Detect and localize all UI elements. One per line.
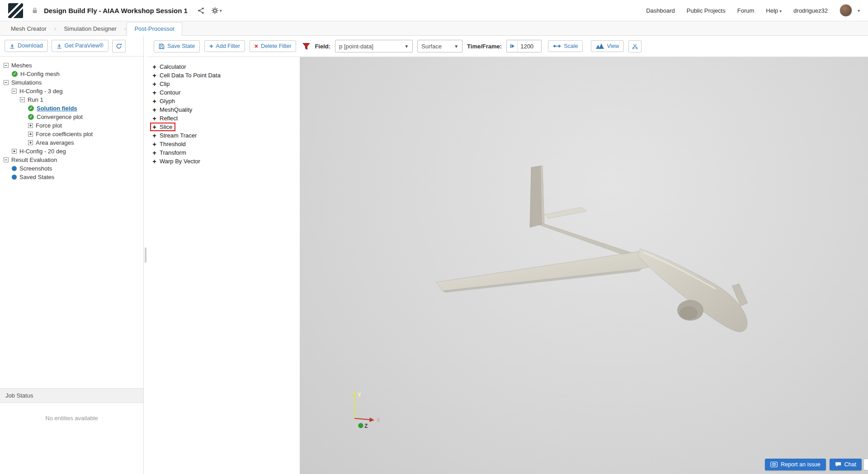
splitter-handle-icon: [145, 247, 146, 263]
filter-funnel-icon[interactable]: [302, 43, 310, 50]
download-icon: [9, 43, 15, 49]
scale-button[interactable]: Scale: [548, 40, 583, 52]
tree-expand-icon[interactable]: +: [28, 140, 33, 145]
filter-label: Warp By Vector: [160, 158, 200, 165]
field-select[interactable]: p [point-data] ▼: [335, 40, 413, 52]
tree-collapse-icon[interactable]: −: [4, 80, 9, 85]
step-forward-icon[interactable]: [507, 40, 518, 52]
filter-item-contour[interactable]: +Contour: [152, 88, 300, 97]
job-status-header: Job Status: [0, 389, 143, 403]
report-issue-button[interactable]: Report an issue: [765, 459, 826, 470]
post-processor-area: Save State + Add Filter × Delete Filter …: [147, 36, 868, 474]
viewport-3d[interactable]: Y X Z Report an issue: [300, 57, 868, 474]
filter-item-meshquality[interactable]: +MeshQuality: [152, 105, 300, 114]
nav-item-forum[interactable]: Forum: [737, 7, 755, 14]
panel-splitter[interactable]: [144, 36, 147, 474]
tab-post-processor[interactable]: Post-Processor: [127, 22, 182, 36]
plus-icon: +: [152, 63, 157, 71]
user-menu-caret-icon[interactable]: ▾: [858, 8, 860, 13]
plus-icon: +: [152, 115, 157, 122]
tree-item-saved-states[interactable]: Saved States: [3, 173, 143, 181]
tree-item-solution-fields[interactable]: ✓ Solution fields: [3, 104, 143, 113]
tree-collapse-icon[interactable]: −: [4, 63, 9, 68]
plus-icon: +: [152, 123, 157, 131]
settings-caret-icon[interactable]: ▾: [220, 8, 222, 13]
view-button[interactable]: View: [591, 40, 624, 52]
get-paraview-button[interactable]: Get ParaView®: [52, 40, 108, 52]
filter-item-threshold[interactable]: +Threshold: [152, 140, 300, 148]
tab-mesh-creator[interactable]: Mesh Creator: [4, 23, 54, 35]
save-state-button[interactable]: Save State: [154, 40, 200, 52]
tree-expand-icon[interactable]: +: [12, 149, 17, 154]
delete-filter-button[interactable]: × Delete Filter: [250, 40, 297, 52]
x-axis-label: X: [377, 417, 380, 423]
status-check-icon: ✓: [28, 114, 34, 120]
nav-item-help[interactable]: Help▾: [766, 7, 782, 14]
chat-button[interactable]: Chat: [830, 459, 862, 470]
tree-expand-icon[interactable]: +: [28, 123, 33, 128]
time-frame-group: [506, 40, 542, 52]
app-root: Design Build Fly - AIAA Workshop Session…: [0, 0, 868, 474]
save-icon: [159, 43, 165, 49]
filter-item-slice[interactable]: + Slice: [152, 123, 300, 131]
tree-item-label: H-Config - 20 deg: [19, 148, 66, 155]
tree-collapse-icon[interactable]: −: [4, 157, 9, 162]
plus-icon: +: [152, 98, 157, 105]
tree-item-label: Area averages: [36, 139, 74, 146]
filter-item-cell-data-to-point-data[interactable]: +Cell Data To Point Data: [152, 71, 300, 80]
tab-simulation-designer[interactable]: Simulation Designer: [57, 23, 123, 35]
filter-item-calculator[interactable]: +Calculator: [152, 62, 300, 71]
download-button[interactable]: Download: [5, 40, 48, 52]
share-icon[interactable]: [198, 7, 204, 14]
add-filter-button[interactable]: + Add Filter: [204, 40, 245, 52]
filter-label: Calculator: [160, 63, 186, 70]
post-processor-toolbar: Save State + Add Filter × Delete Filter …: [147, 36, 868, 57]
tree-item-screenshots[interactable]: Screenshots: [3, 164, 143, 173]
y-axis-label: Y: [358, 392, 361, 398]
tree-expand-icon[interactable]: +: [28, 132, 33, 137]
tree-item-hconfig-mesh[interactable]: ✓ H-Config mesh: [3, 70, 143, 78]
tree-item-force-plot[interactable]: + Force plot: [3, 121, 143, 130]
tree-item-hconfig-20deg[interactable]: + H-Config - 20 deg: [3, 147, 143, 156]
tree-item-meshes[interactable]: − Meshes: [3, 61, 143, 70]
tree-item-label: Simulations: [11, 79, 42, 86]
lock-icon[interactable]: [32, 7, 38, 14]
filter-item-glyph[interactable]: +Glyph: [152, 97, 300, 105]
scissors-icon: [632, 43, 638, 49]
nav-item-username[interactable]: drodriguez32: [793, 7, 828, 14]
tab-separator: ›: [124, 25, 127, 32]
refresh-button[interactable]: [112, 40, 126, 52]
tree-item-simulations[interactable]: − Simulations: [3, 78, 143, 87]
filter-item-warp-by-vector[interactable]: +Warp By Vector: [152, 157, 300, 166]
chat-widget-edge[interactable]: [863, 459, 868, 470]
x-axis-arrow: [369, 417, 374, 422]
filter-item-clip[interactable]: +Clip: [152, 80, 300, 88]
tree-item-hconfig-3deg[interactable]: − H-Config - 3 deg: [3, 87, 143, 95]
tree-item-label: Result Evaluation: [11, 156, 57, 163]
nav-item-dashboard[interactable]: Dashboard: [646, 7, 675, 14]
filter-item-stream-tracer[interactable]: +Stream Tracer: [152, 131, 300, 140]
plus-icon: +: [152, 81, 157, 88]
blue-dot-icon: [12, 166, 17, 171]
left-toolbar: Download Get ParaView®: [0, 36, 143, 57]
z-axis-label: Z: [364, 423, 368, 429]
top-nav: Dashboard Public Projects Forum Help▾ dr…: [646, 4, 860, 17]
horizontal-tail: [544, 207, 587, 218]
scissors-button[interactable]: [628, 40, 642, 52]
tree-collapse-icon[interactable]: −: [20, 97, 25, 102]
plus-icon: +: [152, 89, 157, 96]
tree-collapse-icon[interactable]: −: [12, 89, 17, 94]
tree-item-force-coefficients-plot[interactable]: + Force coefficients plot: [3, 130, 143, 138]
user-avatar[interactable]: [840, 4, 852, 17]
simscale-logo[interactable]: [8, 3, 23, 18]
time-frame-input[interactable]: [518, 40, 541, 52]
nav-item-public-projects[interactable]: Public Projects: [687, 7, 726, 14]
tree-item-result-evaluation[interactable]: − Result Evaluation: [3, 156, 143, 164]
tree-item-area-averages[interactable]: + Area averages: [3, 138, 143, 147]
tree-item-run-1[interactable]: − Run 1: [3, 95, 143, 104]
settings-gear-icon[interactable]: ▾: [212, 7, 222, 14]
representation-select[interactable]: Surface ▼: [417, 40, 462, 52]
filter-item-transform[interactable]: +Transform: [152, 148, 300, 157]
filter-item-reflect[interactable]: +Reflect: [152, 114, 300, 123]
tree-item-convergence-plot[interactable]: ✓ Convergence plot: [3, 113, 143, 121]
